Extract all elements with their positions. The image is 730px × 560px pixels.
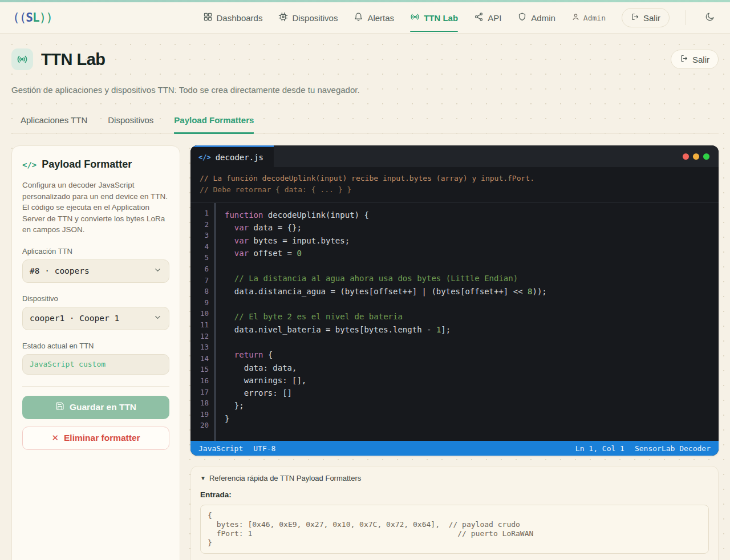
logo-paren-left: ((: [13, 11, 26, 25]
tab-aplicaciones-ttn[interactable]: Aplicaciones TTN: [21, 111, 87, 133]
status-cursor-position: Ln 1, Col 1: [575, 444, 624, 453]
device-select-value: cooper1 · Cooper 1: [30, 314, 119, 323]
reference-summary[interactable]: ▼ Referencia rápida de TTN Payload Forma…: [200, 474, 709, 482]
card-divider: [22, 386, 169, 387]
line-number: 14: [190, 353, 209, 364]
code-line: [225, 336, 719, 348]
traffic-lights: [683, 153, 719, 160]
logo-l: L: [33, 11, 39, 25]
code-line: [225, 298, 719, 310]
share-icon: [474, 12, 484, 23]
user-icon: [571, 13, 580, 23]
nav-label: TTN Lab: [424, 13, 458, 23]
header-comment-line: // La función decodeUplink(input) recibe…: [200, 173, 709, 184]
nav-item-dispositivos[interactable]: Dispositivos: [278, 9, 338, 27]
traffic-red-dot: [683, 153, 689, 160]
logout-icon: [680, 54, 688, 64]
app-logo[interactable]: ((SL)): [13, 11, 52, 25]
save-icon: [55, 401, 64, 413]
code-editor: </> decoder.js // La función decodeUplin…: [190, 145, 719, 456]
line-number: 7: [190, 275, 209, 286]
code-line: return {: [225, 348, 719, 361]
delete-formatter-button[interactable]: ✕ Eliminar formatter: [22, 427, 169, 450]
logo-paren-right: )): [39, 11, 52, 25]
nav-item-ttn-lab[interactable]: TTN Lab: [410, 9, 458, 27]
code-line: var data = {};: [225, 221, 719, 234]
nav-item-admin[interactable]: Admin: [517, 9, 555, 27]
state-value-field: JavaScript custom: [22, 354, 169, 375]
line-number: 18: [190, 397, 209, 409]
line-number: 4: [190, 241, 209, 253]
editor-header-comments: // La función decodeUplink(input) recibe…: [190, 167, 719, 203]
code-line: data: data,: [225, 362, 719, 374]
line-number: 16: [190, 375, 209, 387]
nav-divider: [686, 10, 686, 25]
logo-s: S: [26, 11, 33, 25]
code-line: data.distancia_agua = (bytes[offset++] |…: [225, 285, 719, 298]
grid-icon: [203, 12, 213, 23]
moon-icon: [704, 11, 715, 24]
editor-body[interactable]: 1234567891011121314151617181920 function…: [190, 203, 719, 441]
line-number: 2: [190, 219, 209, 230]
nav-item-alertas[interactable]: Alertas: [354, 9, 394, 27]
line-number: 5: [190, 252, 209, 263]
tab-payload-formatters[interactable]: Payload Formatters: [174, 111, 254, 134]
status-encoding: UTF-8: [253, 444, 275, 453]
editor-tabbar: </> decoder.js: [190, 145, 719, 167]
status-language: JavaScript: [198, 444, 243, 453]
save-button[interactable]: Guardar en TTN: [22, 396, 169, 419]
code-line: warnings: [],: [225, 374, 719, 387]
line-number: 20: [190, 420, 209, 431]
editor-tab-name: decoder.js: [216, 153, 263, 162]
line-number: 15: [190, 364, 209, 375]
broadcast-icon: [410, 12, 420, 23]
app-select[interactable]: #8 · coopers: [22, 259, 169, 283]
line-number: 1: [190, 208, 209, 219]
page-title: TTN Lab: [41, 50, 106, 69]
code-line: };: [225, 399, 719, 412]
code-line: data.nivel_bateria = bytes[bytes.length …: [225, 323, 719, 336]
header-logout-button[interactable]: Salir: [671, 50, 719, 69]
editor-statusbar: JavaScript UTF-8 Ln 1, Col 1 SensorLab D…: [190, 441, 719, 456]
nav-label: Dispositivos: [292, 13, 338, 23]
device-select[interactable]: cooper1 · Cooper 1: [22, 307, 169, 330]
nav-item-api[interactable]: API: [474, 9, 501, 27]
nav-label: Alertas: [367, 13, 394, 23]
state-label: Estado actual en TTN: [22, 342, 169, 350]
code-icon: </>: [22, 160, 36, 169]
line-number: 13: [190, 342, 209, 353]
logout-icon: [631, 13, 639, 23]
nav-item-dashboards[interactable]: Dashboards: [203, 9, 263, 27]
tab-dispositivos[interactable]: Dispositivos: [108, 111, 153, 133]
dark-mode-toggle[interactable]: [702, 9, 717, 26]
code-icon: </>: [198, 153, 211, 161]
device-select-label: Dispositivo: [22, 294, 169, 303]
line-number: 6: [190, 263, 209, 275]
nav-label: Admin: [531, 13, 555, 23]
code-line: errors: []: [225, 387, 719, 399]
line-number: 3: [190, 230, 209, 241]
entrada-label: Entrada:: [200, 490, 709, 499]
card-description: Configura un decoder JavaScript personal…: [22, 180, 169, 236]
code-line: }: [225, 412, 719, 425]
traffic-yellow-dot: [693, 153, 699, 160]
chevron-down-icon: [153, 313, 162, 324]
ttn-lab-icon: [11, 48, 33, 70]
gutter: 1234567891011121314151617181920: [190, 203, 216, 441]
app-select-value: #8 · coopers: [30, 266, 90, 275]
code-line: var bytes = input.bytes;: [225, 234, 719, 247]
chevron-down-icon: [153, 266, 162, 277]
shield-icon: [517, 12, 527, 23]
editor-tab-decoder-js[interactable]: </> decoder.js: [190, 145, 274, 167]
bell-icon: [354, 12, 363, 23]
reference-summary-label: Referencia rápida de TTN Payload Formatt…: [209, 474, 361, 482]
chip-icon: [278, 12, 288, 23]
code-lines[interactable]: function decodeUplink(input) { var data …: [216, 203, 719, 441]
logout-label: Salir: [643, 13, 660, 23]
delete-label: Eliminar formatter: [64, 433, 140, 443]
page-header: TTN Lab Salir: [11, 48, 719, 70]
close-icon: ✕: [51, 433, 59, 443]
nav-logout-button[interactable]: Salir: [622, 8, 670, 27]
code-line: var offset = 0: [225, 247, 719, 259]
tabs: Aplicaciones TTN Dispositivos Payload Fo…: [11, 111, 719, 134]
